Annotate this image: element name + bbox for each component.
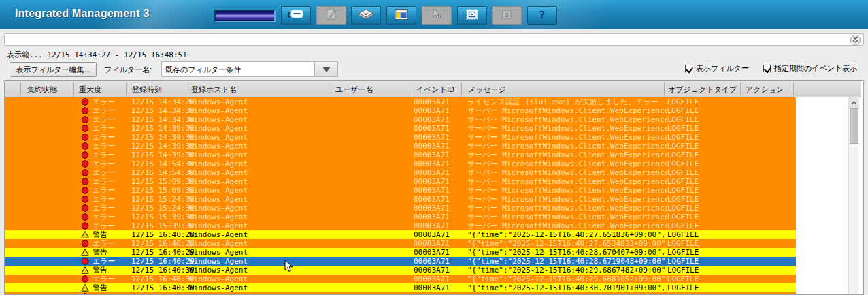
registered-host-cell: Windows-Agent bbox=[189, 168, 248, 177]
message-cell: サーバー MicrosoftWindows.Client.WebExperien… bbox=[467, 106, 667, 115]
event-id-cell: 00003A71 bbox=[414, 151, 450, 159]
event-row[interactable]: エラー12/15 15:09:30Windows-Agent00003A71サー… bbox=[5, 186, 796, 195]
checkbox-view-filter[interactable]: 表示フィルター bbox=[685, 63, 749, 74]
column-header[interactable]: オブジェクトタイプ bbox=[668, 84, 737, 95]
severity-cell: エラー bbox=[93, 239, 116, 248]
message-cell: サーバー MicrosoftWindows.Client.WebExperien… bbox=[467, 151, 667, 159]
column-header[interactable]: 重大度 bbox=[79, 84, 101, 95]
error-severity-icon bbox=[81, 116, 89, 123]
registered-host-cell: Windows-Agent bbox=[189, 213, 248, 221]
message-cell: サーバー MicrosoftWindows.Client.WebExperien… bbox=[467, 115, 667, 124]
object-type-cell: LOGFILE bbox=[667, 124, 699, 133]
column-header[interactable]: ユーザー名 bbox=[335, 84, 373, 95]
column-separator[interactable] bbox=[126, 82, 127, 96]
event-row[interactable]: エラー12/15 14:39:30Windows-Agent00003A71サー… bbox=[5, 151, 796, 159]
combobox-dropdown-button[interactable] bbox=[314, 62, 337, 76]
event-row-selected[interactable]: エラー12/15 16:40:29Windows-Agent00003A71"{… bbox=[5, 257, 796, 266]
event-id-cell: 00003A71 bbox=[414, 248, 450, 257]
event-row[interactable]: エラー12/15 14:39:30Windows-Agent00003A71サー… bbox=[5, 124, 796, 133]
checkbox-period-event-display[interactable]: 指定期間のイベント表示 bbox=[763, 63, 857, 74]
registered-time-cell: 12/15 14:34:30 bbox=[131, 115, 195, 124]
event-row[interactable]: エラー12/15 14:34:28Windows-Agent00003A71ライ… bbox=[5, 97, 796, 106]
column-header[interactable]: イベントID bbox=[416, 84, 454, 95]
column-header[interactable]: 登録ホスト名 bbox=[191, 84, 237, 95]
event-row[interactable] bbox=[5, 292, 796, 295]
vertical-scrollbar[interactable] bbox=[848, 97, 858, 295]
error-severity-icon bbox=[81, 142, 89, 150]
toolbar-button-help[interactable]: ? bbox=[527, 6, 557, 25]
severity-cell: 警告 bbox=[93, 248, 107, 257]
registered-time-cell: 12/15 14:39:30 bbox=[131, 151, 195, 159]
error-severity-icon bbox=[81, 134, 89, 141]
object-type-cell: LOGFILE bbox=[667, 186, 699, 195]
checkbox-label: 表示フィルター bbox=[696, 63, 749, 74]
object-type-cell: LOGFILE bbox=[667, 133, 699, 142]
column-header[interactable]: 登録時刻 bbox=[132, 84, 162, 95]
column-separator[interactable] bbox=[740, 82, 741, 96]
pager-icon bbox=[287, 8, 305, 22]
column-separator[interactable] bbox=[20, 82, 21, 96]
column-separator[interactable] bbox=[329, 82, 329, 96]
warning-severity-icon bbox=[81, 231, 89, 238]
message-cell: サーバー MicrosoftWindows.Client.WebExperien… bbox=[467, 168, 667, 177]
event-row[interactable]: エラー12/15 15:24:30Windows-Agent00003A71サー… bbox=[5, 204, 796, 213]
severity-cell: エラー bbox=[93, 195, 116, 204]
registered-time-cell: 12/15 16:40:30 bbox=[131, 266, 195, 275]
stamp-icon bbox=[465, 8, 479, 23]
registered-host-cell: Windows-Agent bbox=[189, 248, 248, 257]
event-row[interactable]: 警告12/15 16:40:30Windows-Agent00003A71"{"… bbox=[5, 266, 796, 275]
error-severity-icon bbox=[81, 98, 89, 106]
event-row[interactable]: エラー12/15 14:54:30Windows-Agent00003A71サー… bbox=[5, 168, 796, 177]
severity-cell: エラー bbox=[93, 186, 116, 195]
event-row[interactable]: エラー12/15 15:39:30Windows-Agent00003A71サー… bbox=[5, 221, 796, 230]
scroll-up-button[interactable] bbox=[849, 97, 859, 108]
toolbar-button-pager[interactable] bbox=[281, 6, 311, 25]
registered-time-cell: 12/15 15:39:30 bbox=[131, 221, 195, 230]
column-header[interactable]: アクション bbox=[746, 84, 784, 95]
registered-time-cell: 12/15 14:34:30 bbox=[131, 106, 195, 115]
event-row[interactable]: 警告12/15 16:40:30Windows-Agent00003A71"{"… bbox=[5, 283, 796, 292]
toolbar-button-stamp[interactable] bbox=[457, 6, 487, 25]
event-row[interactable]: エラー12/15 14:54:30Windows-Agent00003A71サー… bbox=[5, 159, 796, 168]
column-separator[interactable] bbox=[410, 82, 410, 96]
severity-cell: エラー bbox=[93, 257, 116, 266]
event-row[interactable]: エラー12/15 14:34:30Windows-Agent00003A71サー… bbox=[5, 106, 796, 115]
filter-name-combobox[interactable]: 既存のフィルター条件 bbox=[161, 61, 338, 77]
column-separator[interactable] bbox=[664, 82, 665, 96]
registered-host-cell: Windows-Agent bbox=[189, 239, 248, 248]
column-separator[interactable] bbox=[73, 82, 74, 96]
event-row[interactable]: エラー12/15 14:39:30Windows-Agent00003A71サー… bbox=[5, 133, 796, 142]
column-separator[interactable] bbox=[793, 82, 794, 96]
event-id-cell: 00003A71 bbox=[414, 230, 450, 239]
scrollbar-thumb[interactable] bbox=[850, 108, 858, 144]
object-type-cell: LOGFILE bbox=[667, 239, 699, 248]
column-separator[interactable] bbox=[186, 82, 186, 96]
event-row[interactable]: 警告12/15 16:40:28Windows-Agent00003A71"{"… bbox=[5, 230, 796, 239]
edit-view-filter-button[interactable]: 表示フィルター編集... bbox=[10, 62, 97, 77]
column-header[interactable]: メッセージ bbox=[468, 84, 506, 95]
registered-host-cell: Windows-Agent bbox=[189, 204, 248, 213]
object-type-cell: LOGFILE bbox=[667, 213, 699, 221]
severity-cell: エラー bbox=[93, 106, 116, 115]
chevron-double-down-icon[interactable] bbox=[850, 35, 861, 45]
column-separator[interactable] bbox=[461, 82, 462, 96]
registered-host-cell: Windows-Agent bbox=[189, 115, 248, 124]
toolbar-button-window[interactable] bbox=[386, 6, 416, 25]
message-cell: "{"time":"2025-12-15T16:40:29.6867482+09… bbox=[467, 266, 667, 275]
event-row[interactable]: エラー12/15 14:34:30Windows-Agent00003A71サー… bbox=[5, 115, 796, 124]
column-header[interactable]: 集約状態 bbox=[27, 84, 57, 95]
mouse-cursor bbox=[284, 260, 294, 276]
toolbar-button-box-3d[interactable] bbox=[351, 6, 381, 25]
event-row[interactable]: エラー12/15 14:39:30Windows-Agent00003A71サー… bbox=[5, 142, 796, 151]
object-type-cell: LOGFILE bbox=[667, 275, 699, 283]
event-row[interactable]: エラー12/15 15:39:30Windows-Agent00003A71サー… bbox=[5, 213, 796, 221]
event-row[interactable]: エラー12/15 15:09:30Windows-Agent00003A71サー… bbox=[5, 177, 796, 186]
event-row[interactable]: エラー12/15 15:24:30Windows-Agent00003A71サー… bbox=[5, 195, 796, 204]
event-row[interactable]: エラー12/15 16:40:28Windows-Agent00003A71"{… bbox=[5, 239, 796, 248]
object-type-cell: LOGFILE bbox=[667, 115, 699, 124]
event-row[interactable]: エラー12/15 16:40:30Windows-Agent00003A71"{… bbox=[5, 275, 796, 283]
event-row[interactable]: 警告12/15 16:40:29Windows-Agent00003A71"{"… bbox=[5, 248, 796, 257]
error-severity-icon bbox=[81, 125, 89, 132]
message-cell: サーバー MicrosoftWindows.Client.WebExperien… bbox=[467, 159, 667, 168]
registered-time-cell: 12/15 16:40:28 bbox=[131, 239, 195, 248]
